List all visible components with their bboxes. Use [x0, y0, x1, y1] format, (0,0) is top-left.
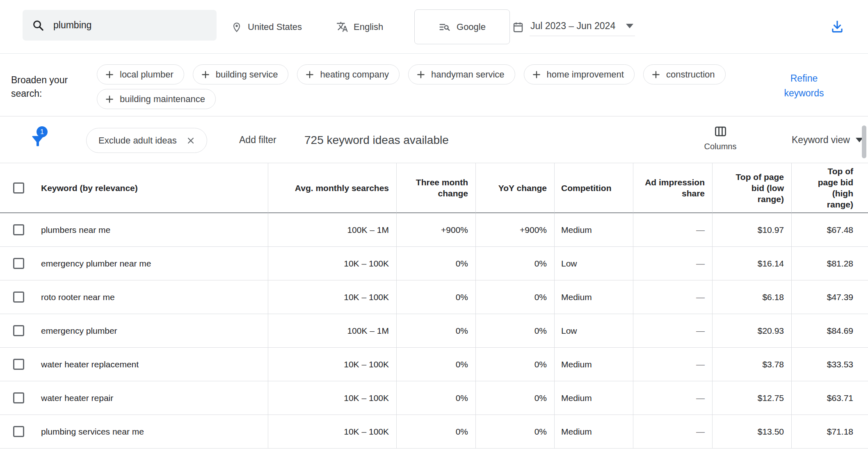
three-month-change-cell: 0% [396, 381, 475, 415]
row-select-cell [0, 415, 33, 449]
header-competition[interactable]: Competition [554, 163, 633, 213]
searches-cell: 10K – 100K [268, 381, 396, 415]
download-button[interactable] [828, 17, 847, 36]
bid-low-cell: $20.93 [712, 314, 791, 348]
bid-high-cell: $81.28 [791, 247, 868, 280]
chip-label: heating company [320, 69, 389, 80]
exclude-adult-ideas-filter-chip[interactable]: Exclude adult ideas [86, 128, 207, 153]
columns-button[interactable]: Columns [699, 125, 742, 151]
chip-label: building maintenance [120, 94, 205, 105]
location-label: United States [248, 22, 302, 32]
row-checkbox[interactable] [13, 224, 24, 235]
broaden-chip-building-maintenance[interactable]: building maintenance [97, 89, 216, 109]
chip-label: home improvement [547, 69, 624, 80]
row-checkbox[interactable] [13, 359, 24, 370]
plus-icon [304, 69, 315, 80]
broaden-chip-construction[interactable]: construction [643, 64, 726, 84]
ad-impression-share-cell: — [633, 348, 712, 381]
chip-label: construction [666, 69, 715, 80]
row-select-cell [0, 213, 33, 247]
keyword-cell: water heater replacement [33, 348, 268, 381]
plus-icon [651, 69, 661, 80]
location-selector[interactable]: United States [231, 0, 302, 54]
header-avg-monthly-searches[interactable]: Avg. monthly searches [268, 163, 396, 213]
bid-low-cell: $10.97 [712, 213, 791, 247]
row-checkbox[interactable] [13, 292, 24, 303]
plus-icon [416, 69, 426, 80]
ad-impression-share-cell: — [633, 415, 712, 449]
download-icon [829, 19, 845, 34]
row-checkbox[interactable] [13, 426, 24, 437]
yoy-change-cell: 0% [475, 314, 554, 348]
header-keyword[interactable]: Keyword (by relevance) [33, 163, 268, 213]
bid-high-cell: $47.39 [791, 280, 868, 314]
bid-high-cell: $67.48 [791, 213, 868, 247]
select-all-cell [0, 163, 33, 213]
topbar: plumbing United States English Google Ju… [0, 0, 868, 54]
plus-icon [104, 94, 115, 105]
location-pin-icon [231, 21, 242, 33]
broaden-chip-handyman-service[interactable]: handyman service [408, 64, 515, 84]
row-select-cell [0, 247, 33, 280]
close-icon[interactable] [186, 136, 196, 146]
date-dropdown-arrow-icon [626, 24, 633, 28]
chip-label: building service [216, 69, 278, 80]
bid-high-cell: $33.53 [791, 348, 868, 381]
broaden-chip-home-improvement[interactable]: home improvement [524, 64, 635, 84]
plus-icon [104, 69, 115, 80]
competition-cell: Low [554, 314, 633, 348]
keyword-search-box[interactable]: plumbing [23, 10, 217, 41]
plus-icon [531, 69, 542, 80]
header-top-of-page-bid-low[interactable]: Top of page bid (low range) [712, 163, 791, 213]
broaden-chip-local-plumber[interactable]: local plumber [97, 64, 184, 84]
header-three-month-change[interactable]: Three month change [396, 163, 475, 213]
bid-low-cell: $13.50 [712, 415, 791, 449]
bid-high-cell: $71.18 [791, 415, 868, 449]
competition-cell: Low [554, 247, 633, 280]
ad-impression-share-cell: — [633, 314, 712, 348]
searches-cell: 10K – 100K [268, 415, 396, 449]
keyword-cell: plumbers near me [33, 213, 268, 247]
broaden-chip-heating-company[interactable]: heating company [297, 64, 400, 84]
refine-keywords-link[interactable]: Refine keywords [771, 71, 837, 100]
searches-cell: 10K – 100K [268, 348, 396, 381]
language-selector[interactable]: English [336, 0, 383, 54]
three-month-change-cell: 0% [396, 348, 475, 381]
header-top-of-page-bid-high[interactable]: Top of page bid (high range) [791, 163, 868, 213]
chip-label: handyman service [431, 69, 505, 80]
broaden-search-label: Broaden your search: [11, 73, 83, 100]
yoy-change-cell: 0% [475, 280, 554, 314]
view-selector-label: Keyword view [792, 134, 850, 146]
row-checkbox[interactable] [13, 325, 24, 336]
row-select-cell [0, 314, 33, 348]
date-range-selector[interactable]: Jul 2023 – Jun 2024 [512, 0, 635, 54]
yoy-change-cell: 0% [475, 348, 554, 381]
header-yoy-change[interactable]: YoY change [475, 163, 554, 213]
search-input-value[interactable]: plumbing [53, 20, 91, 31]
broaden-chip-building-service[interactable]: building service [193, 64, 289, 84]
keyword-cell: roto rooter near me [33, 280, 268, 314]
row-checkbox[interactable] [13, 392, 24, 403]
keyword-table: Keyword (by relevance) Avg. monthly sear… [0, 163, 868, 449]
row-select-cell [0, 348, 33, 381]
broaden-chip-list: local plumber building service heating c… [97, 64, 737, 109]
vertical-scrollbar-thumb[interactable] [862, 125, 866, 158]
chip-label: local plumber [120, 69, 174, 80]
header-ad-impression-share[interactable]: Ad impression share [633, 163, 712, 213]
ad-impression-share-cell: — [633, 213, 712, 247]
filter-bar: 1 Exclude adult ideas Add filter 725 key… [0, 117, 868, 163]
network-selector[interactable]: Google [414, 9, 510, 44]
ad-impression-share-cell: — [633, 247, 712, 280]
keyword-cell: emergency plumber [33, 314, 268, 348]
select-all-checkbox[interactable] [13, 182, 24, 194]
row-checkbox[interactable] [13, 258, 24, 269]
three-month-change-cell: 0% [396, 415, 475, 449]
competition-cell: Medium [554, 415, 633, 449]
view-selector[interactable]: Keyword view [792, 117, 863, 163]
bid-high-cell: $63.71 [791, 381, 868, 415]
add-filter-button[interactable]: Add filter [239, 117, 276, 163]
calendar-icon [512, 21, 524, 33]
three-month-change-cell: 0% [396, 314, 475, 348]
row-select-cell [0, 280, 33, 314]
columns-icon [714, 125, 727, 138]
